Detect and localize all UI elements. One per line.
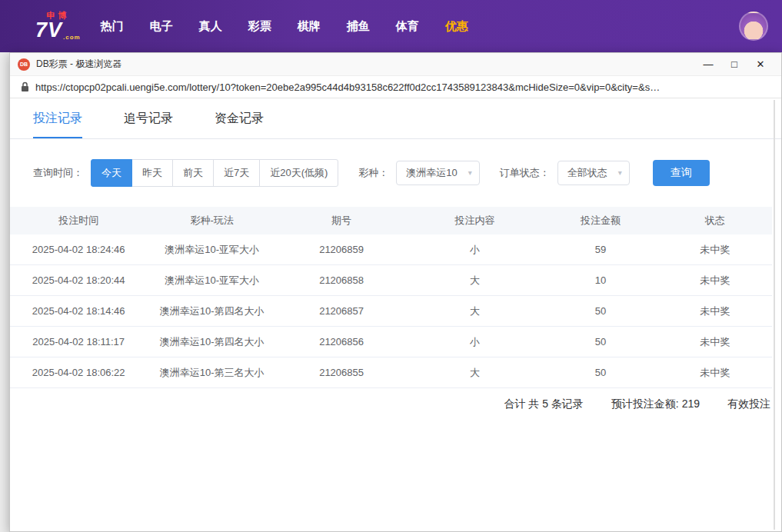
page-content: 投注记录 追号记录 资金记录 查询时间： 今天 昨天 前天 近7天 近20天(低… xyxy=(10,98,781,531)
header-status: 状态 xyxy=(657,214,772,228)
nav-item-hot[interactable]: 热门 xyxy=(101,19,124,34)
main-nav: 热门 电子 真人 彩票 棋牌 捕鱼 体育 优惠 xyxy=(101,19,468,34)
cell-bet-content: 大 xyxy=(406,304,543,318)
cell-play-type: 澳洲幸运10-亚军大小 xyxy=(147,243,276,257)
header-bet-content: 投注内容 xyxy=(406,214,543,228)
table-row: 2025-04-02 18:11:17 澳洲幸运10-第四名大小 2120685… xyxy=(10,327,772,357)
cell-issue: 21206855 xyxy=(277,367,406,378)
cell-issue: 21206858 xyxy=(277,274,406,286)
nav-item-lottery[interactable]: 彩票 xyxy=(248,19,271,34)
cell-bet-amount: 50 xyxy=(544,305,658,317)
filter-today[interactable]: 今天 xyxy=(91,159,132,187)
minimize-button[interactable]: — xyxy=(695,53,721,76)
logo-suffix-text: .com xyxy=(63,34,81,41)
top-navbar: 申博 7V.com 热门 电子 真人 彩票 棋牌 捕鱼 体育 优惠 xyxy=(0,0,782,52)
lottery-filter-label: 彩种： xyxy=(358,166,388,180)
query-button[interactable]: 查询 xyxy=(653,160,710,186)
lock-icon xyxy=(21,81,29,92)
cell-bet-content: 小 xyxy=(406,243,543,257)
cell-bet-amount: 50 xyxy=(544,336,658,347)
cell-status: 未中奖 xyxy=(657,274,772,288)
bet-records-table: 投注时间 彩种-玩法 期号 投注内容 投注金额 状态 2025-04-02 18… xyxy=(10,207,772,421)
filter-7days[interactable]: 近7天 xyxy=(213,159,260,187)
maximize-button[interactable]: □ xyxy=(721,53,747,76)
cell-status: 未中奖 xyxy=(657,304,772,318)
tab-chase-records[interactable]: 追号记录 xyxy=(124,111,173,138)
url-text: https://ctopcp02pcali.uengi5e.com/lotter… xyxy=(35,81,660,93)
nav-item-slots[interactable]: 电子 xyxy=(150,19,173,34)
table-summary: 合计 共 5 条记录 预计投注金额: 219 有效投注 xyxy=(10,388,772,421)
cell-bet-time: 2025-04-02 18:11:17 xyxy=(10,336,147,347)
summary-expected: 预计投注金额: 219 xyxy=(611,397,700,411)
cell-bet-content: 小 xyxy=(406,335,543,349)
scrollbar[interactable] xyxy=(774,100,775,530)
nav-item-cards[interactable]: 棋牌 xyxy=(298,19,321,34)
time-filter-group: 今天 昨天 前天 近7天 近20天(低频) xyxy=(91,159,338,187)
browser-favicon-icon: DB xyxy=(18,58,30,71)
cell-issue: 21206856 xyxy=(277,336,406,347)
cell-bet-content: 大 xyxy=(406,274,543,288)
filter-bar: 查询时间： 今天 昨天 前天 近7天 近20天(低频) 彩种： 澳洲幸运10 ▾… xyxy=(33,159,781,187)
table-row: 2025-04-02 18:14:46 澳洲幸运10-第四名大小 2120685… xyxy=(10,296,772,327)
summary-valid: 有效投注 xyxy=(727,397,770,411)
nav-item-sports[interactable]: 体育 xyxy=(396,19,419,34)
cell-bet-time: 2025-04-02 18:24:46 xyxy=(10,244,147,255)
header-bet-time: 投注时间 xyxy=(10,214,147,228)
cell-bet-amount: 10 xyxy=(544,274,658,286)
summary-total: 合计 共 5 条记录 xyxy=(504,397,583,411)
cell-bet-time: 2025-04-02 18:20:44 xyxy=(10,274,147,286)
window-titlebar: DB DB彩票 - 极速浏览器 — □ ✕ xyxy=(10,53,781,76)
cell-issue: 21206859 xyxy=(277,244,406,255)
header-play-type: 彩种-玩法 xyxy=(147,214,276,228)
filter-daybefore[interactable]: 前天 xyxy=(172,159,214,187)
header-bet-amount: 投注金额 xyxy=(544,214,658,228)
record-tabs: 投注记录 追号记录 资金记录 xyxy=(10,98,781,139)
logo-main-text: 7V.com xyxy=(35,20,81,41)
table-row: 2025-04-02 18:20:44 澳洲幸运10-亚军大小 21206858… xyxy=(10,265,772,296)
cell-bet-amount: 59 xyxy=(544,244,658,255)
cell-bet-amount: 50 xyxy=(544,367,658,378)
cell-bet-time: 2025-04-02 18:06:22 xyxy=(10,367,147,378)
filter-yesterday[interactable]: 昨天 xyxy=(131,159,173,187)
order-status-select[interactable]: 全部状态 ▾ xyxy=(557,161,630,185)
nav-item-promo[interactable]: 优惠 xyxy=(445,19,468,34)
table-row: 2025-04-02 18:06:22 澳洲幸运10-第三名大小 2120685… xyxy=(10,357,772,388)
nav-item-live[interactable]: 真人 xyxy=(199,19,222,34)
site-logo[interactable]: 申博 7V.com xyxy=(35,12,81,41)
browser-window: DB DB彩票 - 极速浏览器 — □ ✕ https://ctopcp02pc… xyxy=(9,52,782,532)
window-controls: — □ ✕ xyxy=(695,53,774,76)
chevron-down-icon: ▾ xyxy=(618,161,622,185)
cell-play-type: 澳洲幸运10-第三名大小 xyxy=(147,366,276,380)
status-filter-label: 订单状态： xyxy=(500,166,550,180)
cell-status: 未中奖 xyxy=(657,366,772,380)
cell-play-type: 澳洲幸运10-亚军大小 xyxy=(147,274,276,288)
cell-bet-content: 大 xyxy=(406,366,543,380)
table-header-row: 投注时间 彩种-玩法 期号 投注内容 投注金额 状态 xyxy=(10,207,772,234)
cell-status: 未中奖 xyxy=(657,243,772,257)
cell-issue: 21206857 xyxy=(277,305,406,317)
lottery-select-value: 澳洲幸运10 xyxy=(406,167,457,178)
cell-play-type: 澳洲幸运10-第四名大小 xyxy=(147,335,276,349)
cell-bet-time: 2025-04-02 18:14:46 xyxy=(10,305,147,317)
user-avatar[interactable] xyxy=(739,12,768,41)
table-row: 2025-04-02 18:24:46 澳洲幸运10-亚军大小 21206859… xyxy=(10,234,772,265)
nav-item-fishing[interactable]: 捕鱼 xyxy=(347,19,370,34)
chevron-down-icon: ▾ xyxy=(468,161,472,185)
close-button[interactable]: ✕ xyxy=(747,53,774,76)
window-title: DB彩票 - 极速浏览器 xyxy=(36,58,121,71)
address-bar[interactable]: https://ctopcp02pcali.uengi5e.com/lotter… xyxy=(10,76,781,98)
lottery-select[interactable]: 澳洲幸运10 ▾ xyxy=(396,161,479,185)
cell-play-type: 澳洲幸运10-第四名大小 xyxy=(147,304,276,318)
tab-fund-records[interactable]: 资金记录 xyxy=(215,111,264,138)
cell-status: 未中奖 xyxy=(657,335,772,349)
time-filter-label: 查询时间： xyxy=(33,166,83,180)
header-issue: 期号 xyxy=(277,214,406,228)
filter-20days[interactable]: 近20天(低频) xyxy=(259,159,338,187)
status-select-value: 全部状态 xyxy=(567,167,607,178)
tab-bet-records[interactable]: 投注记录 xyxy=(33,111,82,138)
